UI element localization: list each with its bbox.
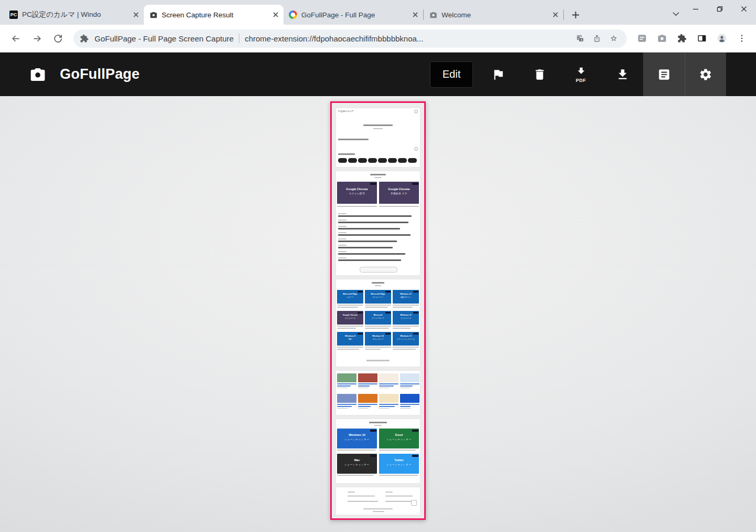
card-badge [412,430,418,432]
mini-footer-section [336,487,420,515]
text-blur [363,508,393,509]
files-button[interactable] [643,53,685,96]
card-title: Microsoft Edge [337,293,363,295]
link-blur [400,406,411,407]
settings-button[interactable] [685,53,726,96]
camera-extension-icon[interactable] [654,30,670,46]
tab-gofullpage[interactable]: GoFullPage - Full Page [284,5,423,25]
side-panel-icon[interactable] [694,30,710,46]
minimize-button[interactable] [684,0,708,18]
tab-close-icon[interactable] [131,10,141,19]
card-title: Windows 11 [393,335,419,337]
mini-shortcuts-section: Windows 10ショートカットキー Excelショートカットキー Macショ… [336,419,420,483]
address-bar[interactable]: GoFullPage - Full Page Screen Capture ch… [74,29,627,48]
tab-close-icon[interactable] [551,10,560,19]
text-blur [393,326,419,327]
share-icon[interactable] [590,32,604,45]
text-blur [393,305,419,306]
card-badge [385,312,391,314]
mini-popular-card: Windows 8RAC [337,332,363,346]
tab-title: Screen Capture Result [162,11,267,19]
card-subtitle: ログイン許可 [337,192,377,195]
back-button[interactable] [7,29,25,47]
gofullpage-header: GoFullPage Edit PDF [0,53,756,96]
gofullpage-favicon [289,11,297,19]
text-blur [337,450,376,451]
avatar-icon[interactable] [714,30,730,46]
link-blur [337,404,356,405]
result-area: PC設定のカルマ [0,96,756,532]
card-subtitle: ブックマーク [337,317,363,319]
text-blur [393,347,419,348]
window-controls [684,0,756,18]
link-blur [400,383,419,384]
card-title: Windows 11 [393,314,419,316]
flag-button[interactable] [477,53,519,96]
mini-search-icon [414,110,418,113]
trash-icon [533,68,547,81]
tab-welcome[interactable]: Welcome [424,5,563,25]
mini-scroll-top-button [411,500,417,506]
text-blur [338,245,346,246]
text-blur [337,349,359,350]
mini-popular-card: Windows 10ダウンロード [365,332,391,346]
text-blur [338,232,346,233]
mini-site-name: PC設定のカルマ [338,110,354,112]
meta-blur [400,388,411,389]
forward-button[interactable] [28,29,46,47]
text-blur [365,328,389,329]
card-title: Twitter [379,458,419,462]
tab-search-button[interactable] [668,6,684,22]
edit-button[interactable]: Edit [430,61,473,88]
text-blur [337,305,363,306]
meta-blur [379,388,390,389]
text-blur [338,257,346,258]
tab-close-icon[interactable] [411,10,420,19]
capture-thumbnail[interactable]: PC設定のカルマ [330,101,426,520]
text-blur [375,285,381,286]
toolbar-extensions [634,30,750,46]
link-blur [337,406,352,407]
reload-button[interactable] [49,29,67,47]
text-blur [338,259,401,261]
mini-more-button [360,267,397,273]
translate-icon[interactable] [573,32,587,45]
card-badge [358,312,363,314]
text-blur [338,213,346,214]
gear-icon [699,68,712,81]
mini-tag-pill [388,158,397,163]
tab-strip: PC PC設定のカルマ | Windo Screen Capture Resul… [0,0,756,25]
card-title: Google Chrome [337,187,377,191]
card-subtitle: ブックマーク [393,317,419,319]
app-brand: GoFullPage [0,53,140,96]
star-icon[interactable] [607,32,621,45]
captured-page-preview: PC設定のカルマ [332,103,424,518]
keyboard-extension-icon[interactable] [634,30,650,46]
download-button[interactable] [602,53,643,96]
mini-article-tile [379,373,398,382]
restore-button[interactable] [708,0,732,18]
text-blur [373,128,383,129]
extensions-puzzle-icon[interactable] [674,30,690,46]
meta-blur [358,408,369,409]
tab-pc-karuma[interactable]: PC PC設定のカルマ | Windo [4,5,144,25]
tab-screen-capture-result[interactable]: Screen Capture Result [144,5,284,25]
card-title: Windows 8 [337,335,363,337]
card-title: Google Chrome [379,187,419,191]
mini-popular-card: Microsoft Edgeホームページ [365,290,391,304]
mini-tag-pill [358,158,367,163]
close-window-button[interactable] [732,0,756,18]
text-blur [393,349,416,350]
download-pdf-button[interactable]: PDF [560,53,602,96]
text-blur [363,124,393,126]
tab-close-icon[interactable] [271,10,280,19]
mini-popular-section: Microsoft Edgeスタート Microsoft Edgeホームページ … [336,279,420,367]
mini-tag-pill [398,158,407,163]
new-tab-button[interactable] [568,7,583,22]
mini-shortcut-card: Excelショートカットキー [379,429,419,448]
tab-title: Welcome [442,11,547,19]
address-divider [239,34,239,43]
kebab-menu-icon[interactable] [734,30,750,46]
browser-toolbar: GoFullPage - Full Page Screen Capture ch… [0,25,756,53]
delete-button[interactable] [519,53,560,96]
